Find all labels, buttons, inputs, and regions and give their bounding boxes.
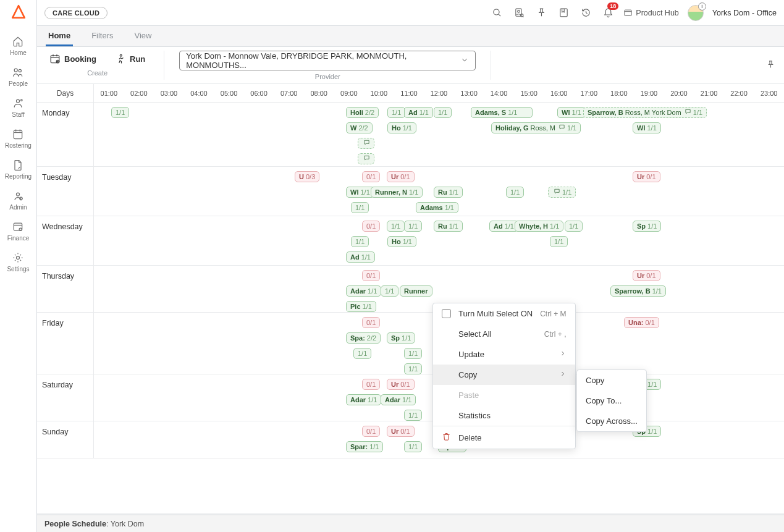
- booking-chip[interactable]: 0/1: [362, 317, 380, 328]
- booking-chip[interactable]: 1/1: [404, 441, 422, 452]
- booking-chip[interactable]: 1/1: [404, 348, 422, 359]
- booking-chip[interactable]: 1/1: [353, 348, 371, 359]
- booking-chip[interactable]: 1/1: [434, 107, 452, 118]
- booking-chip[interactable]: Sparrow, B1/1: [610, 285, 666, 297]
- booking-chip[interactable]: 1/1: [111, 107, 129, 118]
- day-canvas[interactable]: 0/11/11/1Ru1/1Ad1/1Whyte, H1/11/1Sp1/11/…: [94, 216, 784, 265]
- booking-chip[interactable]: 1/1: [548, 187, 576, 198]
- booking-chip[interactable]: 1/1: [404, 410, 422, 421]
- ctx-select-all[interactable]: Select All Ctrl + ,: [433, 324, 575, 344]
- booking-chip[interactable]: Ad1/1: [489, 221, 518, 232]
- user-avatar[interactable]: i: [688, 5, 704, 21]
- nav-settings[interactable]: Settings: [5, 247, 32, 277]
- booking-chip[interactable]: Holiday, GRoss, M1/1: [491, 122, 581, 133]
- booking-chip[interactable]: Ur0/1: [633, 270, 660, 281]
- nav-home[interactable]: Home: [5, 30, 32, 61]
- ctx-update[interactable]: Update: [433, 344, 575, 365]
- booking-chip[interactable]: Ad1/1: [346, 251, 375, 263]
- pin-toolbar-icon[interactable]: [766, 60, 775, 71]
- booking-chip[interactable]: Una:0/1: [624, 317, 659, 328]
- booking-chip[interactable]: 1/1: [351, 202, 369, 213]
- tab-home[interactable]: Home: [46, 27, 73, 46]
- ctx-multi-select[interactable]: Turn Multi Select ON Ctrl + M: [433, 303, 575, 324]
- ctx-sub-copy-across[interactable]: Copy Across...: [577, 411, 646, 431]
- nav-people[interactable]: People: [5, 61, 32, 92]
- booking-chip[interactable]: Ur0/1: [387, 426, 415, 437]
- booking-chip[interactable]: Ur0/1: [387, 379, 415, 390]
- booking-chip[interactable]: Whyte, H1/1: [515, 221, 563, 232]
- notifications-bell-icon[interactable]: 18: [601, 6, 615, 20]
- ctx-sub-copy[interactable]: Copy: [577, 370, 646, 391]
- booking-chip[interactable]: Sp1/1: [387, 332, 415, 344]
- product-hub-link[interactable]: Product Hub: [623, 8, 678, 17]
- booking-chip[interactable]: 0/1: [362, 221, 380, 232]
- booking-chip[interactable]: Ur0/1: [633, 171, 660, 182]
- booking-chip[interactable]: Adams1/1: [416, 202, 458, 213]
- booking-chip[interactable]: Sp1/1: [633, 221, 661, 232]
- nav-label: Staff: [12, 111, 24, 118]
- booking-chip[interactable]: Pic1/1: [346, 301, 376, 312]
- svg-point-17: [517, 11, 520, 13]
- booking-chip[interactable]: [358, 138, 374, 149]
- search-icon[interactable]: [490, 6, 504, 20]
- booking-chip[interactable]: Ad1/1: [404, 107, 433, 118]
- booking-chip[interactable]: Spa:2/2: [346, 332, 381, 344]
- bookmark-icon[interactable]: [557, 6, 570, 20]
- care-cloud-badge[interactable]: CARE CLOUD: [44, 7, 107, 19]
- booking-chip[interactable]: 1/1: [506, 187, 524, 198]
- booking-chip[interactable]: Adar1/1: [381, 394, 416, 405]
- booking-chip[interactable]: 1/1: [404, 221, 422, 232]
- nav-rostering[interactable]: Rostering: [5, 123, 32, 154]
- booking-chip[interactable]: 0/1: [362, 270, 380, 281]
- ctx-sub-copy-to[interactable]: Copy To...: [577, 391, 646, 411]
- booking-chip[interactable]: 1/1: [404, 363, 422, 374]
- booking-chip[interactable]: Wl1/1: [557, 107, 586, 118]
- nav-staff[interactable]: Staff: [5, 92, 32, 123]
- booking-chip[interactable]: Sparrow, BRoss, M York Dom1/1: [583, 107, 707, 118]
- booking-chip[interactable]: 1/1: [387, 107, 405, 118]
- booking-chip[interactable]: 1/1: [381, 285, 398, 297]
- booking-chip[interactable]: Ho1/1: [387, 236, 416, 247]
- booking-chip[interactable]: Ur0/1: [387, 171, 415, 182]
- booking-chip[interactable]: Ho1/1: [387, 122, 416, 133]
- booking-chip[interactable]: 0/1: [362, 379, 380, 390]
- tab-view[interactable]: View: [132, 27, 154, 46]
- booking-chip[interactable]: 1/1: [387, 221, 405, 232]
- booking-chip[interactable]: Adar1/1: [346, 285, 381, 297]
- user-menu[interactable]: Yorks Dom - Office: [712, 9, 777, 17]
- booking-chip[interactable]: U0/3: [295, 171, 319, 182]
- booking-chip[interactable]: Spar:1/1: [346, 441, 383, 452]
- nav-finance[interactable]: £Finance: [5, 216, 32, 247]
- booking-chip[interactable]: Ru1/1: [434, 221, 463, 232]
- day-canvas[interactable]: 1/1Holi2/21/1Ad1/11/1Adams, S1/1Wl1/1Spa…: [94, 103, 784, 166]
- ctx-copy[interactable]: Copy: [433, 365, 575, 385]
- booking-chip[interactable]: [358, 153, 374, 164]
- run-button[interactable]: Run: [111, 51, 149, 67]
- person-search-icon[interactable]: [512, 6, 526, 20]
- tab-filters[interactable]: Filters: [89, 27, 116, 46]
- booking-chip[interactable]: Wl1/1: [633, 122, 661, 133]
- day-canvas[interactable]: U0/30/1Ur0/1Ur0/1Wl1/1Runner, N1/1Ru1/11…: [94, 167, 784, 216]
- ctx-statistics[interactable]: Statistics: [433, 405, 575, 426]
- booking-chip[interactable]: Adar1/1: [346, 394, 381, 405]
- booking-chip[interactable]: W2/2: [346, 122, 373, 133]
- booking-chip[interactable]: Runner: [400, 285, 432, 297]
- booking-chip[interactable]: Ru1/1: [434, 187, 463, 198]
- nav-reporting[interactable]: Reporting: [5, 154, 32, 185]
- booking-chip[interactable]: 0/1: [362, 171, 380, 182]
- ctx-delete[interactable]: Delete: [433, 426, 575, 449]
- history-icon[interactable]: [579, 6, 592, 20]
- grid-header: Days 01:0002:0003:0004:0005:0006:0007:00…: [37, 84, 784, 103]
- booking-chip[interactable]: 1/1: [565, 221, 583, 232]
- provider-combobox[interactable]: York Dom - Monnow Vale, DRYBRIDGE PARK, …: [179, 51, 476, 70]
- booking-chip[interactable]: Adams, S1/1: [471, 107, 533, 118]
- booking-chip[interactable]: 1/1: [550, 236, 568, 247]
- booking-chip[interactable]: Holi2/2: [346, 107, 379, 118]
- pinned-icon[interactable]: [534, 6, 548, 20]
- booking-chip[interactable]: 1/1: [351, 236, 369, 247]
- booking-chip[interactable]: Runner, N1/1: [371, 187, 423, 198]
- booking-chip[interactable]: 0/1: [362, 426, 380, 437]
- booking-chip[interactable]: Wl1/1: [346, 187, 374, 198]
- booking-button[interactable]: Booking: [46, 51, 100, 67]
- nav-admin[interactable]: Admin: [5, 185, 32, 216]
